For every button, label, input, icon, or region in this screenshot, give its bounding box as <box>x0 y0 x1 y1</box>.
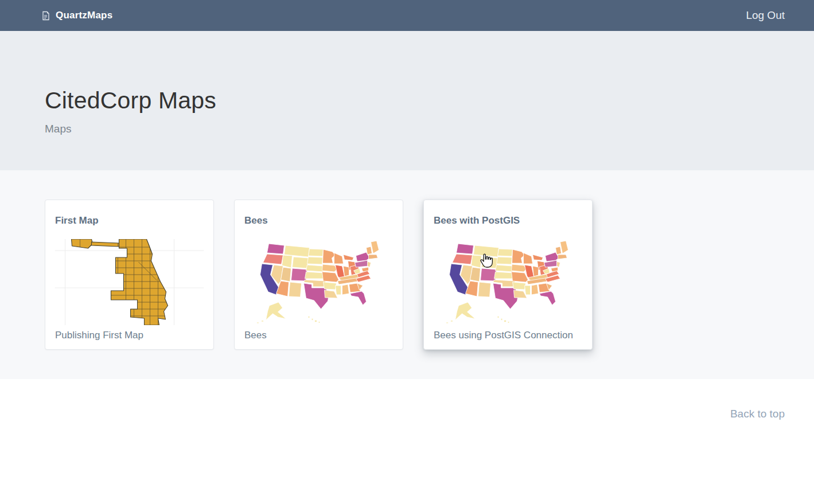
card-title: First Map <box>55 215 204 226</box>
card-description: Bees <box>244 330 267 341</box>
card-title: Bees with PostGIS <box>434 215 583 226</box>
logout-link[interactable]: Log Out <box>746 9 785 22</box>
card-title: Bees <box>244 215 394 226</box>
map-card-bees[interactable]: Bees Bees <box>234 200 403 350</box>
app-header: QuartzMaps Log Out <box>0 0 814 31</box>
us-choropleth-thumbnail <box>433 239 583 325</box>
page-subtitle: Maps <box>45 123 814 135</box>
maps-section: First Map Publishing First Map Bees Bees… <box>0 170 814 379</box>
page-title: CitedCorp Maps <box>45 87 814 114</box>
hero-section: CitedCorp Maps Maps <box>0 31 814 170</box>
map-card-first-map[interactable]: First Map Publishing First Map <box>45 200 214 350</box>
brand-title: QuartzMaps <box>56 10 112 21</box>
card-description: Bees using PostGIS Connection <box>434 330 573 341</box>
card-description: Publishing First Map <box>55 330 143 341</box>
page-footer: Back to top <box>0 379 814 504</box>
chicago-map-thumbnail <box>54 239 204 325</box>
document-icon <box>41 11 50 21</box>
brand[interactable]: QuartzMaps <box>41 10 112 21</box>
back-to-top-link[interactable]: Back to top <box>730 408 785 420</box>
map-card-bees-postgis[interactable]: Bees with PostGIS Bees using PostGIS Con… <box>423 200 593 350</box>
us-choropleth-thumbnail <box>244 239 394 325</box>
